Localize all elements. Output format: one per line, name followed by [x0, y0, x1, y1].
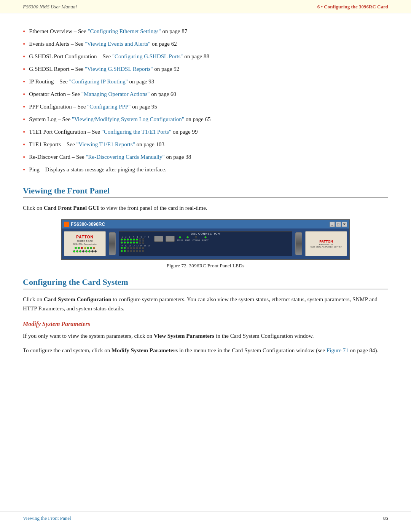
page-footer: Viewing the Front Panel 85	[0, 511, 411, 521]
led7	[91, 250, 94, 252]
page-content: • Ethernet Overview – See "Configuring E…	[0, 13, 411, 383]
fp-maximize-btn[interactable]: □	[336, 222, 341, 227]
section2-para1: Click on Card System Configuration to co…	[23, 295, 388, 313]
list-item-text: Ping – Displays a status message after p…	[29, 165, 166, 174]
led-telco	[93, 247, 95, 249]
dsl-led-4-top	[130, 238, 132, 241]
dsl-led-3-top	[127, 238, 129, 241]
dsl-led-6-top	[136, 238, 138, 241]
list-item: • G.SHDSL Report – See "Viewing G.SHDSL …	[23, 65, 388, 75]
bullet-dot: •	[23, 89, 25, 100]
bold-card-front-panel: Card Front Panel GUI	[44, 205, 99, 211]
dsl-led-8-bot	[142, 241, 144, 244]
led-alarm	[81, 247, 83, 249]
fp-config-led: CONFIG	[193, 236, 200, 241]
fp-connector-1	[154, 236, 163, 242]
list-item-text: G.SHDSL Report – See "Viewing G.SHDSL Re…	[29, 65, 179, 73]
list-item-text: Ethernet Overview – See "Configuring Eth…	[29, 27, 187, 36]
dsl-led-2-top	[124, 238, 126, 241]
fp-card-name-left: 3096RC T-DACG.SHDSL Concentrator	[73, 240, 97, 245]
bullet-dot: •	[23, 64, 25, 75]
dsl-led-16-top	[142, 247, 144, 249]
fp-card-leds-left	[75, 247, 95, 249]
led-config-label: CONFIG	[193, 239, 200, 241]
fp-left-card: PATTON 3096RC T-DACG.SHDSL Concentrator	[64, 231, 106, 256]
list-item: • PPP Configuration – See "Configuring P…	[23, 102, 388, 112]
led-wan	[90, 247, 92, 249]
section2-para3: To configure the card system, click on M…	[23, 346, 388, 355]
dsl-led-6-bot	[136, 241, 138, 244]
link-ppp[interactable]: "Configuring PPP"	[87, 104, 131, 110]
link-ip-routing[interactable]: "Configuring IP Routing"	[69, 78, 128, 85]
list-item-text: T1E1 Port Configuration – See "Configuri…	[29, 128, 198, 136]
bullet-dot: •	[23, 115, 25, 125]
led-ready-label: READY	[202, 239, 209, 241]
dsl-led-13-bot	[133, 250, 135, 252]
bullet-dot: •	[23, 127, 25, 137]
link-gshdsl-reports[interactable]: "Viewing G.SHDSL Reports"	[85, 66, 153, 72]
link-operator-actions[interactable]: "Managing Operator Actions"	[81, 91, 150, 97]
list-item-text: Operator Action – See "Managing Operator…	[29, 90, 176, 99]
list-item-text: Events and Alerts – See "Viewing Events …	[29, 40, 177, 48]
list-item: • T1E1 Reports – See "Viewing T1/E1 Repo…	[23, 140, 388, 150]
port-num-4: 4	[132, 236, 135, 238]
fp-card-leds-left2	[73, 250, 97, 252]
fp-connector-2	[166, 236, 175, 242]
section2-heading: Configuring the Card System	[23, 277, 388, 289]
port-num-1: 1	[121, 236, 124, 238]
link-system-log[interactable]: "Viewing/Modifying System Log Configurat…	[72, 116, 184, 122]
fp-app-icon	[64, 222, 69, 227]
fp-right-card-name: 6165 250W AC POWER SUPPLY	[311, 246, 342, 248]
fp-status-leds: 10/100	[177, 236, 183, 241]
list-item-text: T1E1 Reports – See "Viewing T1/E1 Report…	[29, 140, 164, 149]
bold-view-system-params: View System Parameters	[154, 333, 214, 339]
led-power	[75, 247, 77, 249]
dsl-led-14-bot	[136, 250, 138, 252]
led-system	[84, 247, 86, 249]
port-num-8: 8	[147, 236, 150, 238]
port-num-16: 16	[147, 244, 150, 247]
bullet-dot: •	[23, 52, 25, 62]
link-ethernet-settings[interactable]: "Configuring Ethernet Settings"	[88, 28, 161, 34]
led-ready	[204, 236, 207, 238]
dsl-led-2-bot	[124, 241, 126, 244]
dsl-led-10-top	[124, 247, 126, 249]
dsl-led-14-top	[136, 247, 138, 249]
dsl-led-9-top	[121, 247, 123, 249]
dsl-led-16-bot	[142, 250, 144, 252]
bullet-dot: •	[23, 165, 25, 175]
bullet-dot: •	[23, 140, 25, 150]
list-item: • T1E1 Port Configuration – See "Configu…	[23, 128, 388, 137]
led-enet-label: ENET	[185, 239, 190, 241]
fp-minimize-btn[interactable]: _	[330, 222, 335, 227]
link-gshdsl-ports[interactable]: "Configuring G.SHDSL Ports"	[112, 53, 183, 59]
link-rediscover[interactable]: "Re-Discovering Cards Manually"	[86, 154, 164, 160]
footer-page-number: 85	[383, 515, 388, 521]
link-t1e1-reports[interactable]: "Viewing T1/E1 Reports"	[76, 141, 135, 147]
led2	[76, 250, 78, 252]
fp-left-thumbscrew	[109, 232, 116, 255]
footer-section-title: Viewing the Front Panel	[23, 515, 71, 521]
dsl-led-15-bot	[139, 250, 141, 252]
bold-modify-system-params: Modify System Parameters	[112, 347, 178, 353]
dsl-led-5-top	[133, 238, 135, 241]
figure-front-panel: FS6300-3096RC _ □ ✕ PATTON 3096RC T-DACG…	[23, 219, 388, 269]
dsl-led-10-bot	[124, 250, 126, 252]
section2-para2: If you only want to view the system para…	[23, 331, 388, 340]
header-manual-title: FS6300 NMS User Manual	[23, 4, 77, 10]
dsl-led-11-top	[127, 247, 129, 249]
fp-close-btn[interactable]: ✕	[342, 222, 347, 227]
dsl-led-5-bot	[133, 241, 135, 244]
bold-card-system-config: Card System Configuration	[44, 296, 112, 302]
led3	[79, 250, 81, 252]
list-item-text: Re-Discover Card – See "Re-Discovering C…	[29, 153, 191, 161]
fp-ready-led: READY	[202, 236, 209, 241]
list-item-text: G.SHDSL Port Configuration – See "Config…	[29, 52, 209, 61]
list-item: • Operator Action – See "Managing Operat…	[23, 90, 388, 100]
fp-titlebar: FS6300-3096RC _ □ ✕	[62, 220, 349, 228]
led-clk	[87, 247, 89, 249]
link-t1e1-ports[interactable]: "Configuring the T1/E1 Ports"	[102, 129, 171, 135]
link-figure71[interactable]: Figure 71	[327, 347, 349, 353]
link-events-alerts[interactable]: "Viewing Events and Alerts"	[85, 41, 151, 47]
led6	[88, 250, 91, 252]
